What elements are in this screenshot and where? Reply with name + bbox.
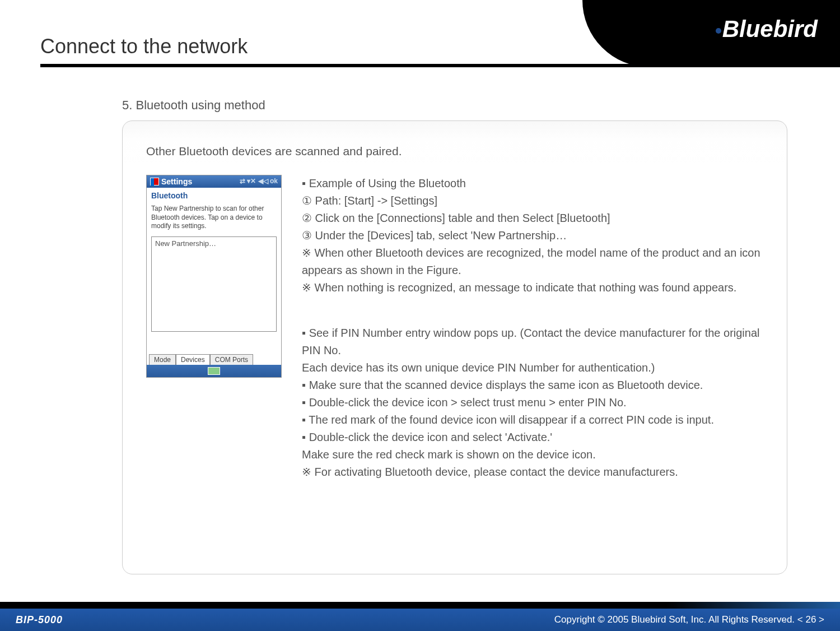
- instr-note1: ※ When other Bluetooth devices are recog…: [302, 244, 763, 279]
- tab-devices: Devices: [176, 354, 210, 365]
- content-panel: Other Bluetooth devices are scanned and …: [122, 120, 787, 574]
- instr-pin4: ▪ Double-click the device icon > select …: [302, 394, 763, 411]
- tab-com-ports: COM Ports: [210, 354, 253, 365]
- instr-final1: Make sure the red check mark is shown on…: [302, 446, 763, 463]
- screenshot-device-list: New Partnership…: [151, 236, 277, 332]
- tab-mode: Mode: [149, 354, 176, 365]
- footer: BIP-5000 Copyright © 2005 Bluebird Soft,…: [0, 609, 840, 631]
- screenshot-title: Settings: [161, 177, 192, 186]
- list-item-new-partnership: New Partnership…: [155, 239, 216, 248]
- device-screenshot: Settings ⇄ ▾✕ ◀◁ ok Bluetooth Tap New Pa…: [146, 175, 282, 378]
- screenshot-titlebar: Settings ⇄ ▾✕ ◀◁ ok: [147, 175, 281, 188]
- screenshot-status: ⇄ ▾✕ ◀◁ ok: [240, 177, 278, 185]
- screenshot-subtitle: Bluetooth: [147, 188, 281, 203]
- instr-note2: ※ When nothing is recognized, an message…: [302, 279, 763, 296]
- instr-step3: ③ Under the [Devices] tab, select 'New P…: [302, 227, 763, 244]
- instr-heading: ▪ Example of Using the Bluetooth: [302, 175, 763, 192]
- content-layout: Settings ⇄ ▾✕ ◀◁ ok Bluetooth Tap New Pa…: [146, 175, 763, 481]
- keyboard-icon: [208, 367, 220, 375]
- instr-pin1: ▪ See if PIN Number entry window pops up…: [302, 324, 763, 359]
- instr-pin5: ▪ The red mark of the found device icon …: [302, 411, 763, 429]
- page-title: Connect to the network: [40, 35, 248, 58]
- instr-step2: ② Click on the [Connections] table and t…: [302, 210, 763, 227]
- screenshot-description: Tap New Partnership to scan for other Bl…: [147, 203, 281, 234]
- brand-logo: Bluebird: [716, 16, 818, 43]
- screenshot-tabs: Mode Devices COM Ports: [149, 354, 253, 365]
- start-icon: [150, 178, 159, 185]
- instructions-block: ▪ Example of Using the Bluetooth ① Path:…: [302, 175, 763, 481]
- brand-text: Bluebird: [722, 16, 818, 42]
- instr-pin2: Each device has its own unique device PI…: [302, 359, 763, 377]
- screenshot-bottom-bar: [147, 365, 281, 377]
- instr-final2: ※ For activating Bluetooth device, pleas…: [302, 463, 763, 481]
- product-code: BIP-5000: [16, 614, 63, 626]
- instr-pin3: ▪ Make sure that the scanned device disp…: [302, 377, 763, 394]
- footer-divider: [0, 602, 840, 609]
- section-title: 5. Bluetooth using method: [122, 98, 265, 113]
- instr-pin6: ▪ Double-click the device icon and selec…: [302, 429, 763, 446]
- instr-step1: ① Path: [Start] -> [Settings]: [302, 192, 763, 210]
- intro-text: Other Bluetooth devices are scanned and …: [146, 145, 763, 158]
- copyright-text: Copyright © 2005 Bluebird Soft, Inc. All…: [554, 614, 824, 625]
